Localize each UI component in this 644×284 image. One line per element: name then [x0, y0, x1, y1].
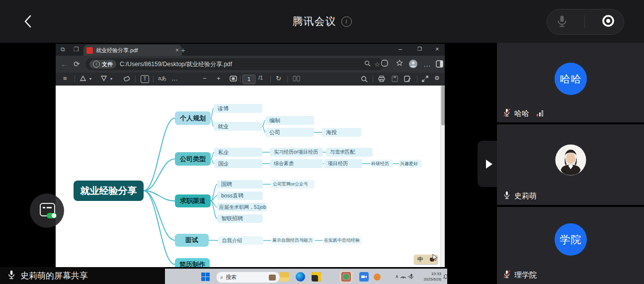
page-info-icon: i: [93, 61, 100, 68]
search-icon: [361, 76, 368, 84]
zoom-in-icon: +: [217, 75, 221, 82]
participant-nametag: 史莉萌: [503, 190, 537, 201]
more-menu-icon: …: [423, 60, 431, 68]
file-scheme-label: 文件: [102, 61, 113, 68]
mindmap-node-zhilian: 智联招聘: [217, 214, 263, 223]
edge-browser-icon: [296, 272, 305, 282]
new-tab-icon: +: [181, 46, 185, 54]
text-box-icon: T: [141, 75, 149, 83]
mindmap-node-b3: 求职渠道: [175, 194, 211, 207]
pen-icon: [100, 76, 107, 83]
shared-screen[interactable]: ⧉ ❐ 就业经验分享.pdf × + – ❐ × ← ⟳ i 文件 C:/Use…: [56, 44, 445, 267]
browser-tab: 就业经验分享.pdf ×: [83, 45, 182, 56]
page-number-input: 1: [242, 75, 255, 84]
mindmap-node-keyan: 科研经历: [370, 160, 393, 168]
clock-time: 10:33: [417, 271, 441, 277]
address-bar: i 文件 C:/Users/86159/Desktop/就业经验分享.pdf ☆: [85, 58, 384, 70]
mindmap-node-gongsi: 公司: [265, 128, 314, 137]
back-icon[interactable]: [20, 13, 37, 30]
controls-divider: [584, 15, 585, 28]
window-maximize-icon: ❐: [417, 46, 422, 52]
scrollbar-thumb: [441, 86, 445, 125]
participant-tile[interactable]: 学院 理学院: [497, 207, 644, 284]
search-daily-icon: [269, 275, 276, 281]
browser-refresh-icon: ⟳: [74, 60, 80, 69]
read-aloud-icon: aあ: [158, 75, 166, 82]
participant-name: 史莉萌: [514, 191, 537, 201]
toc-icon: ≡: [63, 75, 67, 82]
mic-on-icon: [503, 190, 511, 201]
browser-tab-strip: ⧉ ❐ 就业经验分享.pdf × + – ❐ ×: [56, 44, 445, 56]
top-bar: 腾讯会议 i: [0, 0, 644, 43]
favorite-star-icon: ☆: [374, 61, 380, 68]
toolbar-divider: [240, 76, 241, 83]
taskbar-search-icon: ⌕: [220, 274, 223, 281]
app-icon-dark: [312, 272, 321, 282]
caption-icon-line: [47, 207, 52, 208]
toolbar-divider: [270, 76, 271, 83]
avatar-photo: [555, 144, 586, 178]
meeting-info-icon[interactable]: i: [341, 16, 352, 27]
toolbar-divider: [153, 76, 154, 83]
mic-muted-icon: [503, 270, 511, 281]
caption-toggle-button[interactable]: [30, 193, 64, 228]
mindmap-node-shijian: 在实践中总结经验: [322, 236, 362, 245]
mindmap-node-yingjie: 应届生求职网，51job: [217, 203, 267, 211]
zoom-page-icon: [364, 60, 371, 68]
mouse-cursor-icon: [432, 254, 438, 264]
record-icon[interactable]: [601, 13, 616, 30]
mindmap-node-shixi: 实习经历or项目经历: [270, 148, 323, 157]
copilot-sidebar-icon: [436, 60, 443, 70]
mic-muted-icon[interactable]: [555, 14, 569, 30]
page-layout-icon: [293, 76, 300, 83]
mindmap-node-zonghe: 综合素质: [270, 159, 323, 168]
meeting-controls: [547, 9, 624, 35]
mindmap-node-guopin: 国聘: [217, 180, 263, 189]
mindmap-node-b4: 面试: [175, 234, 209, 247]
pdf-scrollbar: [440, 86, 445, 267]
share-banner: 史莉萌的屏幕共享: [0, 267, 165, 284]
mindmap-layer: 就业经验分享个人规划读博就业编制公司海投公司类型私企实习经历or项目经历与需求匹…: [56, 86, 441, 267]
taskbar-clock: 10:33 2025/6/26: [417, 271, 441, 282]
meeting-title: 腾讯会议: [293, 14, 336, 28]
avatar: 学院: [555, 223, 587, 256]
url-text: C:/Users/86159/Desktop/就业经验分享.pdf: [120, 60, 361, 69]
file-scheme-chip: i 文件: [89, 60, 116, 69]
participant-tile[interactable]: 哈哈 哈哈: [497, 43, 644, 122]
pdf-more-icon: …: [171, 75, 178, 82]
toolbar-divider: [75, 76, 75, 83]
mindmap-node-xingqu: 兴趣爱好: [399, 160, 422, 168]
participant-name: 理学院: [514, 271, 537, 280]
zoom-out-icon: −: [203, 75, 207, 82]
tab-title: 就业经验分享.pdf: [96, 47, 172, 54]
save-icon: [392, 76, 398, 84]
profile-avatar: [409, 60, 417, 70]
toolbar-divider: [373, 76, 373, 83]
fit-page-icon: [230, 76, 237, 83]
caption-toggle-knob: [52, 213, 56, 218]
active-app-icon: [341, 272, 351, 282]
mic-muted-icon: [503, 108, 511, 119]
participants-panel: 哈哈 哈哈: [497, 43, 644, 284]
ime-language-label: 中: [417, 256, 423, 263]
tray-chevron-icon: ∧: [395, 274, 399, 279]
participant-name: 哈哈: [514, 109, 529, 118]
start-button-icon: [201, 273, 210, 281]
pdf-page: 就业经验分享个人规划读博就业编制公司海投公司类型私企实习经历or项目经历与需求匹…: [56, 86, 445, 267]
print-icon: [378, 76, 385, 84]
tab-actions-icon: ❐: [74, 46, 79, 53]
participant-tile[interactable]: 史莉萌: [497, 124, 644, 205]
mindmap-node-b1: 个人规划: [175, 111, 211, 125]
mindmap-node-root: 就业经验分享: [74, 181, 144, 201]
page-total-label: /1: [258, 75, 263, 81]
mindmap-node-xuqiu: 与需求匹配: [326, 148, 373, 157]
clock-date: 2025/6/26: [417, 277, 441, 282]
pdf-favicon: [86, 47, 93, 54]
network-signal-icon: [537, 110, 543, 116]
mindmap-node-xiangmu: 项目经历: [324, 159, 362, 168]
mindmap-node-b5: 简历制作: [175, 258, 210, 267]
highlighter-icon: [80, 76, 86, 83]
browser-url-row: ← ⟳ i 文件 C:/Users/86159/Desktop/就业经验分享.p…: [56, 56, 445, 73]
mindmap-node-jiuye: 就业: [214, 122, 262, 131]
mindmap-node-bianzhi: 编制: [265, 116, 314, 125]
